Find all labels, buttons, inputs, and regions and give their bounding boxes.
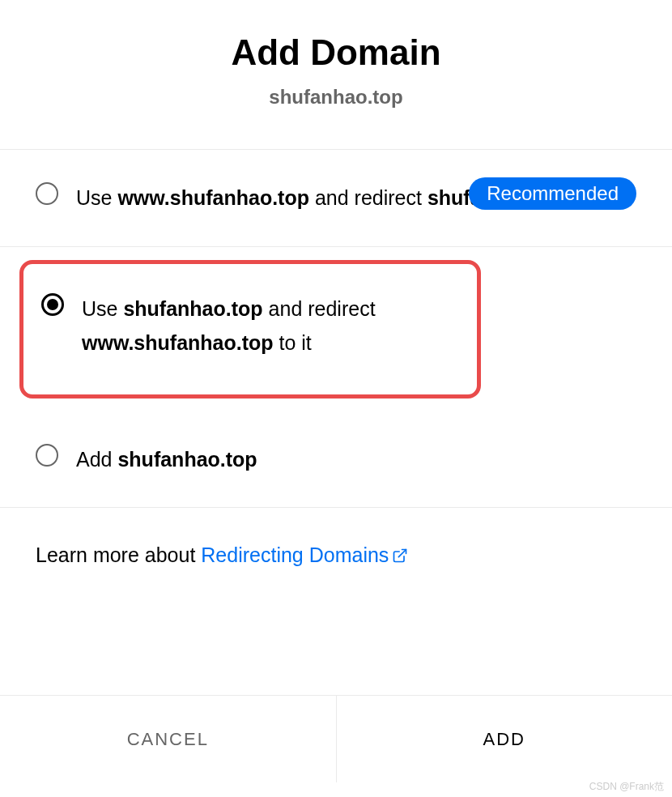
- svg-line-0: [399, 549, 406, 556]
- add-button[interactable]: ADD: [337, 696, 673, 782]
- radio-unselected-icon[interactable]: [36, 444, 58, 467]
- radio-selected-icon[interactable]: [41, 293, 64, 316]
- dialog-header: Add Domain shufanhao.top: [0, 0, 672, 149]
- learn-more-section: Learn more about Redirecting Domains: [0, 508, 672, 620]
- watermark-text: CSDN @Frank范: [589, 780, 664, 794]
- redirecting-domains-link[interactable]: Redirecting Domains: [201, 543, 408, 566]
- dialog-title: Add Domain: [16, 32, 656, 73]
- radio-unselected-icon[interactable]: [36, 182, 58, 205]
- dialog-footer: CANCEL ADD: [0, 695, 672, 782]
- recommended-badge: Recommended: [469, 177, 636, 210]
- option-add-only[interactable]: Add shufanhao.top: [0, 411, 672, 509]
- external-link-icon: [392, 545, 408, 569]
- option-www-primary[interactable]: Use www.shufanhao.top and redirect shufa…: [0, 150, 672, 247]
- option-apex-primary[interactable]: Use shufanhao.top and redirect www.shufa…: [19, 260, 481, 398]
- options-list: Use www.shufanhao.top and redirect shufa…: [0, 149, 672, 508]
- dialog-subtitle: shufanhao.top: [16, 86, 656, 109]
- cancel-button[interactable]: CANCEL: [0, 696, 337, 782]
- option-label: Use shufanhao.top and redirect www.shufa…: [82, 292, 459, 360]
- option-label: Add shufanhao.top: [76, 442, 636, 477]
- learn-more-prefix: Learn more about: [36, 543, 201, 566]
